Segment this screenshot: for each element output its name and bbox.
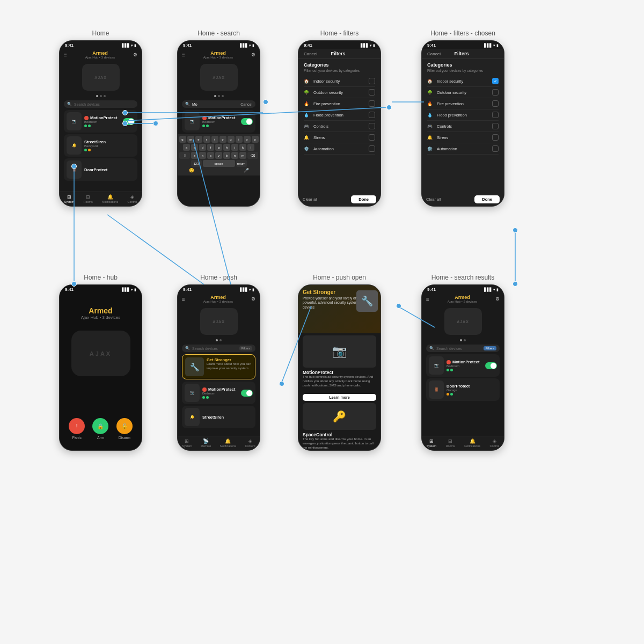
filter-checkbox[interactable] bbox=[492, 100, 499, 107]
filter-checkbox-checked[interactable]: ✓ bbox=[492, 78, 499, 84]
keyboard[interactable]: qwertyuiop asdfghjkl ⇧zxcvbnm⌫ 123 space… bbox=[178, 134, 260, 175]
nav-system[interactable]: ⊞ System bbox=[64, 194, 74, 203]
gear-icon[interactable]: ⚙ bbox=[251, 296, 255, 302]
filter-flood[interactable]: 💧 Flood prevention bbox=[304, 109, 375, 121]
device-item-motionprotect[interactable]: 📷 MotionProtect Bedroom bbox=[426, 354, 500, 377]
clear-all-btn[interactable]: Clear all bbox=[426, 197, 441, 202]
filter-checkbox[interactable] bbox=[492, 134, 499, 141]
nav-control[interactable]: ◈ Control bbox=[128, 194, 137, 203]
key-c[interactable]: c bbox=[207, 152, 214, 159]
panic-button[interactable]: ! Panic bbox=[69, 418, 85, 440]
filter-controls[interactable]: 🎮 Controls bbox=[427, 121, 499, 132]
key-t[interactable]: t bbox=[211, 136, 218, 143]
filter-checkbox[interactable] bbox=[369, 89, 375, 96]
clear-all-btn[interactable]: Clear all bbox=[303, 197, 318, 202]
search-typing-bar[interactable]: 🔍 Mo Cancel bbox=[182, 100, 255, 108]
device-item-motionprotect[interactable]: 📷 MotionProtect Bedroom bbox=[182, 382, 255, 404]
key-y[interactable]: y bbox=[219, 136, 226, 143]
key-b[interactable]: b bbox=[223, 152, 230, 159]
filter-checkbox[interactable] bbox=[369, 78, 375, 84]
search-bar[interactable]: 🔍 Search devices Filters bbox=[182, 345, 255, 352]
key-w[interactable]: w bbox=[187, 136, 194, 143]
device-item-streetsiren[interactable]: 🔔 StreetSiren bbox=[182, 406, 255, 428]
device-toggle[interactable] bbox=[241, 390, 253, 397]
filter-btn[interactable]: Filters bbox=[239, 346, 252, 350]
device-item-motionprotect[interactable]: 📷 MotionProtect Bedroom bbox=[182, 110, 255, 133]
cancel-btn[interactable]: Cancel bbox=[304, 52, 317, 56]
filter-sirens[interactable]: 🔔 Sirens bbox=[427, 132, 499, 143]
filter-checkbox[interactable] bbox=[492, 123, 499, 129]
gear-icon[interactable]: ⚙ bbox=[495, 296, 500, 302]
menu-icon[interactable]: ≡ bbox=[182, 296, 185, 302]
key-i[interactable]: i bbox=[236, 136, 243, 143]
filter-flood[interactable]: 💧 Flood prevention bbox=[427, 109, 499, 121]
device-toggle[interactable] bbox=[241, 118, 253, 125]
key-v[interactable]: v bbox=[215, 152, 222, 159]
filter-fire[interactable]: 🔥 Fire prevention bbox=[427, 98, 499, 109]
key-u[interactable]: u bbox=[228, 136, 235, 143]
key-o[interactable]: o bbox=[244, 136, 251, 143]
key-e[interactable]: e bbox=[195, 136, 202, 143]
menu-icon[interactable]: ≡ bbox=[426, 296, 429, 302]
key-r[interactable]: r bbox=[203, 136, 210, 143]
key-a[interactable]: a bbox=[183, 144, 190, 151]
filter-checkbox[interactable] bbox=[369, 134, 375, 141]
mic-icon[interactable]: 🎤 bbox=[244, 168, 249, 173]
search-bar[interactable]: 🔍 Search devices bbox=[64, 100, 137, 108]
gear-icon[interactable]: ⚙ bbox=[133, 52, 137, 57]
done-btn[interactable]: Done bbox=[474, 195, 500, 203]
filter-checkbox[interactable] bbox=[369, 145, 375, 152]
key-s[interactable]: s bbox=[191, 144, 198, 151]
hub-image-area[interactable]: AJAX bbox=[60, 61, 142, 94]
nav-system[interactable]: ⊞ System bbox=[182, 438, 192, 448]
filter-active-btn[interactable]: Filters bbox=[484, 346, 496, 350]
nav-notifications[interactable]: 🔔 Notifications bbox=[220, 438, 236, 448]
filter-indoor[interactable]: 🏠 Indoor security bbox=[304, 76, 375, 87]
filter-checkbox[interactable] bbox=[492, 89, 499, 96]
key-f[interactable]: f bbox=[207, 144, 214, 151]
filter-checkbox[interactable] bbox=[369, 100, 375, 107]
key-123[interactable]: 123 bbox=[191, 160, 202, 167]
device-item-doorprotect[interactable]: 🚪 DoorProtect Garage bbox=[426, 378, 500, 401]
arm-button[interactable]: 🔒 Arm bbox=[92, 418, 108, 440]
key-m[interactable]: m bbox=[239, 152, 246, 159]
device-item-doorprotect[interactable]: 🚪 DoorProtect bbox=[64, 158, 137, 181]
nav-remote[interactable]: 📡 Remote bbox=[201, 438, 211, 448]
key-return[interactable]: return bbox=[236, 160, 247, 167]
emoji-icon[interactable]: 😊 bbox=[189, 168, 194, 173]
nav-rooms[interactable]: ⊟ Rooms bbox=[445, 438, 455, 448]
filter-outdoor[interactable]: 🌳 Outdoor security bbox=[304, 87, 375, 98]
learn-more-btn-1[interactable]: Learn more bbox=[303, 394, 376, 401]
filter-checkbox[interactable] bbox=[492, 145, 499, 152]
key-j[interactable]: j bbox=[231, 144, 238, 151]
key-l[interactable]: l bbox=[247, 144, 254, 151]
key-z[interactable]: z bbox=[191, 152, 198, 159]
key-shift[interactable]: ⇧ bbox=[179, 152, 190, 159]
search-bar[interactable]: 🔍 Search devices Filters bbox=[426, 345, 500, 352]
key-x[interactable]: x bbox=[199, 152, 206, 159]
key-h[interactable]: h bbox=[223, 144, 230, 151]
filter-checkbox[interactable] bbox=[369, 123, 375, 129]
filter-fire[interactable]: 🔥 Fire prevention bbox=[304, 98, 375, 109]
filter-sirens[interactable]: 🔔 Sirens bbox=[304, 132, 375, 143]
device-toggle[interactable] bbox=[485, 362, 497, 369]
key-backspace[interactable]: ⌫ bbox=[247, 152, 258, 159]
nav-control[interactable]: ◈ Control bbox=[490, 438, 500, 448]
filter-checkbox[interactable] bbox=[492, 112, 499, 118]
key-q[interactable]: q bbox=[179, 136, 186, 143]
filter-controls[interactable]: 🎮 Controls bbox=[304, 121, 375, 132]
menu-icon[interactable]: ≡ bbox=[182, 52, 185, 58]
filter-checkbox[interactable] bbox=[369, 112, 375, 118]
nav-system[interactable]: ⊞ System bbox=[427, 438, 436, 448]
filter-automation[interactable]: ⚙️ Automation bbox=[427, 143, 499, 155]
key-g[interactable]: g bbox=[215, 144, 222, 151]
nav-rooms[interactable]: ⊟ Rooms bbox=[83, 194, 92, 203]
key-p[interactable]: p bbox=[252, 136, 259, 143]
filter-indoor[interactable]: 🏠 Indoor security ✓ bbox=[427, 76, 499, 87]
cancel-btn[interactable]: Cancel bbox=[427, 52, 441, 56]
gear-icon[interactable]: ⚙ bbox=[251, 52, 255, 57]
key-space[interactable]: space bbox=[203, 160, 235, 167]
key-k[interactable]: k bbox=[239, 144, 246, 151]
cancel-btn[interactable]: Cancel bbox=[240, 103, 252, 106]
done-btn[interactable]: Done bbox=[351, 195, 376, 203]
